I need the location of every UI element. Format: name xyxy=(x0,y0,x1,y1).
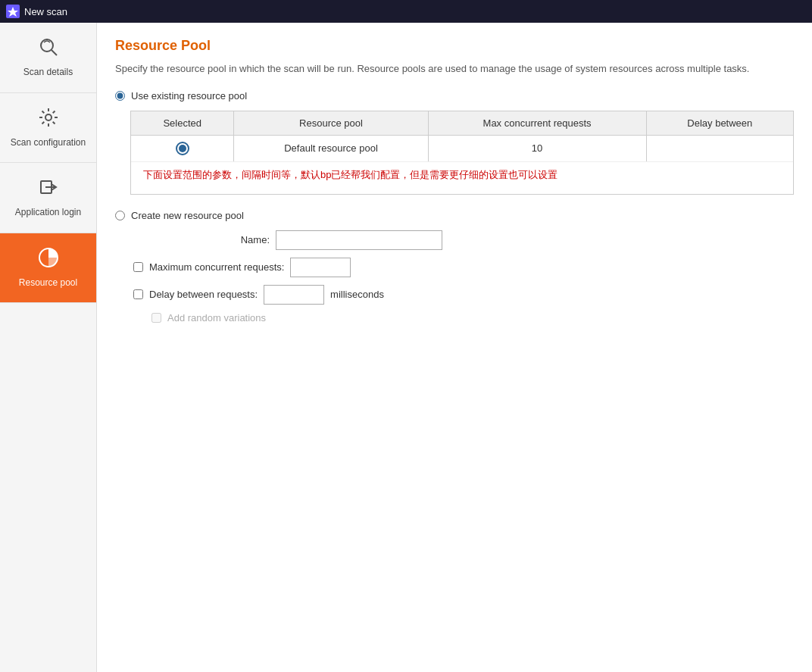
note-chinese: 下面设置范围的参数，间隔时间等，默认bp已经帮我们配置，但是需要更仔细的设置也可… xyxy=(131,162,793,194)
sidebar-label-scan-configuration: Scan configuration xyxy=(11,137,86,149)
add-random-checkbox[interactable] xyxy=(151,313,161,323)
col-max-concurrent: Max concurrent requests xyxy=(428,111,646,136)
delay-checkbox[interactable] xyxy=(133,289,143,299)
resource-pool-table-container: Selected Resource pool Max concurrent re… xyxy=(130,111,794,195)
name-input[interactable] xyxy=(276,230,442,250)
resource-pool-table: Selected Resource pool Max concurrent re… xyxy=(131,111,793,162)
scan-details-icon xyxy=(38,36,59,62)
row-delay-between xyxy=(646,135,793,161)
col-delay-between: Delay between xyxy=(646,111,793,136)
top-bar: New scan xyxy=(0,0,812,23)
use-existing-radio[interactable] xyxy=(115,91,125,101)
table-row[interactable]: Default resource pool 10 xyxy=(131,135,793,161)
row-max-concurrent: 10 xyxy=(428,135,646,161)
svg-marker-0 xyxy=(8,7,18,17)
login-icon xyxy=(38,177,59,202)
max-concurrent-input[interactable] xyxy=(290,258,351,277)
name-label: Name: xyxy=(133,234,270,245)
resource-pool-icon xyxy=(38,247,59,273)
delay-input[interactable] xyxy=(264,285,324,305)
sidebar-label-application-login: Application login xyxy=(15,207,81,219)
name-form-row: Name: xyxy=(133,230,794,250)
svg-line-2 xyxy=(52,50,57,55)
add-random-label: Add random variations xyxy=(167,312,266,323)
svg-point-3 xyxy=(45,114,52,120)
main-layout: Scan details Scan configuration Appli xyxy=(0,23,812,672)
app-title: New scan xyxy=(24,6,67,17)
sidebar-label-resource-pool: Resource pool xyxy=(19,277,77,289)
sidebar: Scan details Scan configuration Appli xyxy=(0,23,97,672)
content-area: Resource Pool Specify the resource pool … xyxy=(97,23,812,672)
sidebar-item-resource-pool[interactable]: Resource pool xyxy=(0,233,96,304)
use-existing-radio-option[interactable]: Use existing resource pool xyxy=(115,90,794,102)
delay-row: Delay between requests: milliseconds xyxy=(133,285,794,305)
max-concurrent-label: Maximum concurrent requests: xyxy=(149,261,284,273)
create-new-radio[interactable] xyxy=(115,211,125,220)
sidebar-item-scan-details[interactable]: Scan details xyxy=(0,23,96,93)
max-concurrent-row: Maximum concurrent requests: xyxy=(133,258,794,277)
sidebar-label-scan-details: Scan details xyxy=(23,67,73,79)
milliseconds-label: milliseconds xyxy=(330,289,384,300)
max-concurrent-checkbox[interactable] xyxy=(133,262,143,272)
create-new-radio-option[interactable]: Create new resource pool xyxy=(115,210,794,221)
add-random-row: Add random variations xyxy=(151,312,794,323)
col-resource-pool: Resource pool xyxy=(234,111,428,136)
create-new-label: Create new resource pool xyxy=(131,210,244,221)
use-existing-label: Use existing resource pool xyxy=(131,90,247,102)
sidebar-item-scan-configuration[interactable]: Scan configuration xyxy=(0,93,96,164)
page-title: Resource Pool xyxy=(115,38,794,54)
col-selected: Selected xyxy=(131,111,234,136)
row-resource-pool-name: Default resource pool xyxy=(234,135,428,161)
row-radio-selected[interactable] xyxy=(176,142,189,155)
delay-label: Delay between requests: xyxy=(149,289,258,300)
page-description: Specify the resource pool in which the s… xyxy=(115,61,794,77)
row-selected-cell[interactable] xyxy=(131,135,234,161)
gear-icon xyxy=(38,107,59,133)
app-icon xyxy=(6,5,20,18)
sidebar-item-application-login[interactable]: Application login xyxy=(0,163,96,233)
